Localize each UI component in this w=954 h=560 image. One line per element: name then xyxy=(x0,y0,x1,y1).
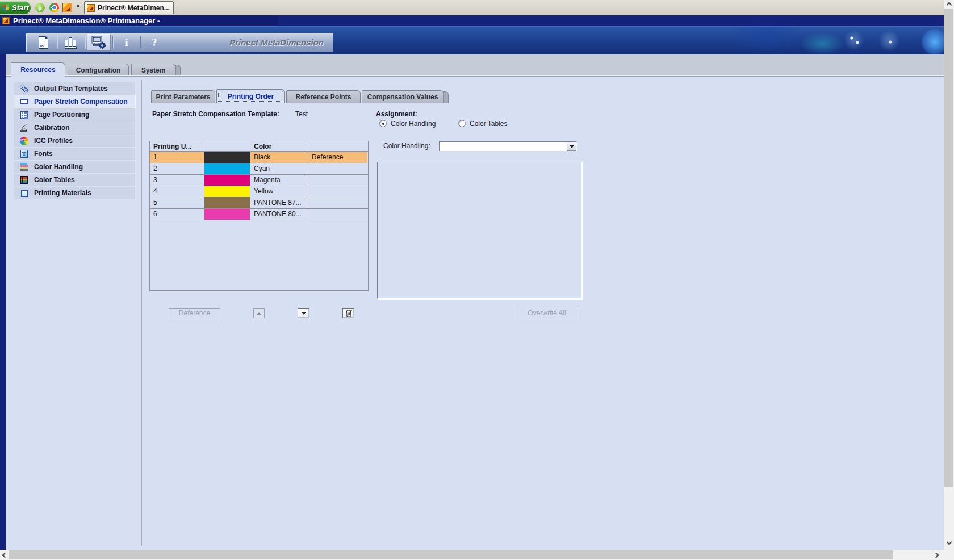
utorrent-icon[interactable]: µ xyxy=(35,3,45,12)
app-icon xyxy=(2,17,10,24)
start-button[interactable]: Start xyxy=(0,1,31,14)
template-label: Paper Stretch Compensation Template: xyxy=(152,110,279,118)
print-queues-button[interactable] xyxy=(59,34,83,51)
combobox-value xyxy=(440,142,567,151)
help-icon: ? xyxy=(152,37,157,49)
horizontal-scrollbar-thumb[interactable] xyxy=(9,550,893,559)
tab-resources[interactable]: Resources xyxy=(11,62,65,77)
color-swatch xyxy=(204,186,250,197)
color-handling-icon xyxy=(19,162,29,172)
reference-cell xyxy=(308,209,367,220)
color-cell: Magenta xyxy=(250,175,308,186)
table-row[interactable]: 1 Black Reference xyxy=(150,152,368,163)
chevron-overflow-icon[interactable]: » xyxy=(76,2,80,10)
table-row[interactable]: 4 Yellow xyxy=(150,186,368,197)
windows-flag-icon xyxy=(3,4,10,11)
sidebar-item-icc-profiles[interactable]: ICC Profiles xyxy=(14,134,135,147)
calibration-icon xyxy=(19,123,29,133)
reference-cell xyxy=(308,163,367,174)
overwrite-all-button[interactable]: Overwrite All xyxy=(516,308,578,318)
button-label: Overwrite All xyxy=(528,309,566,317)
table-row[interactable]: 5 PANTONE 87... xyxy=(150,197,368,209)
sidebar-item-fonts[interactable]: T Fonts xyxy=(14,148,135,160)
horizontal-scrollbar[interactable] xyxy=(0,550,944,560)
sidebar-item-label: Color Handling xyxy=(34,163,83,171)
sidebar-item-page-positioning[interactable]: Page Positioning xyxy=(14,108,135,121)
scroll-left-button[interactable] xyxy=(0,550,9,559)
printing-order-table[interactable]: Printing U... Color 1 Black Reference 2 … xyxy=(149,141,369,291)
print-queues-icon xyxy=(65,36,77,49)
swatch-cell xyxy=(204,186,250,197)
help-button[interactable]: ? xyxy=(143,34,166,51)
vertical-scrollbar[interactable] xyxy=(944,0,954,550)
sidebar-item-printing-materials[interactable]: Printing Materials xyxy=(14,187,135,199)
sidebar-item-label: Page Positioning xyxy=(34,111,89,119)
sidebar-item-color-handling[interactable]: Color Handling xyxy=(14,161,135,173)
unit-cell: 2 xyxy=(150,163,204,174)
taskbar-task-button[interactable]: Prinect® MetaDimen... xyxy=(84,1,174,14)
tab-print-parameters[interactable]: Print Parameters xyxy=(151,90,215,103)
assignment-list-panel xyxy=(377,162,582,299)
sidebar-item-calibration[interactable]: Calibration xyxy=(14,121,135,134)
resources-settings-icon xyxy=(91,35,107,50)
icc-icon xyxy=(19,136,29,146)
column-header: Printing U... xyxy=(150,141,204,151)
color-cell: Yellow xyxy=(250,186,308,197)
button-label: Reference xyxy=(179,309,210,317)
splitter[interactable] xyxy=(141,80,142,546)
move-down-button[interactable] xyxy=(298,308,309,318)
sidebar-item-paper-stretch-compensation[interactable]: Paper Stretch Compensation xyxy=(14,95,135,108)
color-handling-combobox[interactable] xyxy=(439,141,577,151)
radio-color-handling[interactable] xyxy=(379,120,387,127)
prinect-icon[interactable] xyxy=(62,3,72,12)
radio-label: Color Tables xyxy=(470,120,507,128)
sidebar-item-label: Paper Stretch Compensation xyxy=(34,98,128,106)
sidebar-item-output-plan-templates[interactable]: Output Plan Templates xyxy=(14,82,135,95)
combobox-dropdown-button[interactable] xyxy=(567,142,576,151)
scroll-down-button[interactable] xyxy=(944,537,953,546)
color-swatch xyxy=(204,209,250,220)
sidebar-item-label: Output Plan Templates xyxy=(34,85,108,92)
window-title: Prinect® MetaDimension® Printmanager - xyxy=(13,16,160,25)
tab-stub xyxy=(443,91,449,103)
job-list-button[interactable] xyxy=(31,34,55,51)
tab-label: Resources xyxy=(20,66,55,74)
delete-button[interactable] xyxy=(342,308,354,318)
scroll-up-button[interactable] xyxy=(944,0,953,9)
toolbar-separator xyxy=(85,36,85,49)
vertical-scrollbar-thumb[interactable] xyxy=(944,9,953,487)
table-row[interactable]: 6 PANTONE 80... xyxy=(150,209,368,220)
sidebar-item-color-tables[interactable]: Color Tables xyxy=(14,174,135,186)
chevron-down-icon xyxy=(946,539,952,545)
column-header xyxy=(308,141,367,151)
tab-compensation-values[interactable]: Compensation Values xyxy=(362,90,443,103)
chevron-left-icon xyxy=(2,552,7,558)
color-tables-icon xyxy=(19,175,29,185)
scroll-right-button[interactable] xyxy=(931,550,940,559)
color-swatch xyxy=(204,152,250,163)
sidebar-item-label: Color Tables xyxy=(34,176,75,184)
tab-label: Print Parameters xyxy=(156,93,210,101)
screen: Start µ » Prinect® MetaDimen... Prinect®… xyxy=(0,0,954,560)
table-row[interactable]: 2 Cyan xyxy=(150,163,368,175)
info-button[interactable]: i xyxy=(115,34,139,51)
unit-cell: 5 xyxy=(150,197,204,208)
tab-reference-points[interactable]: Reference Points xyxy=(286,90,361,103)
unit-cell: 1 xyxy=(150,152,204,163)
tab-printing-order[interactable]: Printing Order xyxy=(216,89,285,103)
radio-color-tables[interactable] xyxy=(458,120,466,127)
tab-system[interactable]: System xyxy=(131,64,175,76)
resources-settings-button[interactable] xyxy=(87,34,111,51)
left-edge-strip xyxy=(0,54,6,550)
sidebar-item-label: ICC Profiles xyxy=(34,137,73,145)
reference-button[interactable]: Reference xyxy=(169,308,220,318)
tab-configuration[interactable]: Configuration xyxy=(68,64,129,76)
chevron-up-icon xyxy=(946,2,952,7)
chrome-icon[interactable] xyxy=(49,3,59,12)
table-row[interactable]: 3 Magenta xyxy=(150,175,368,186)
move-up-button[interactable] xyxy=(253,308,265,318)
printing-materials-icon xyxy=(19,188,29,198)
swatch-cell xyxy=(204,163,250,174)
reference-cell xyxy=(308,186,367,197)
scrollbar-corner xyxy=(944,550,954,560)
